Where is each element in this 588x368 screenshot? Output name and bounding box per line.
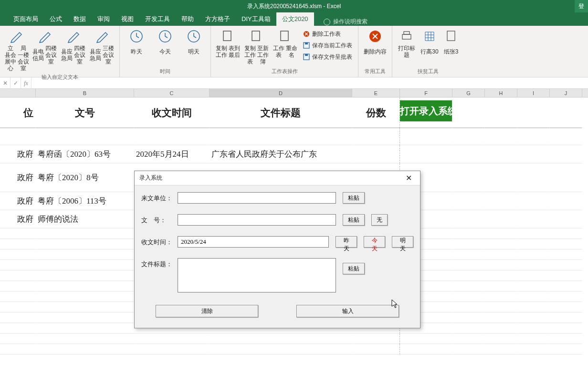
btn-print-title[interactable]: 打印标题 <box>395 28 418 59</box>
label-no: 文 号： <box>141 214 171 225</box>
x-circle-icon <box>368 29 383 44</box>
none-button[interactable]: 无 <box>371 214 388 226</box>
tab-data[interactable]: 数据 <box>68 12 92 26</box>
group-label: 输入自定义文本 <box>42 73 78 83</box>
tab-pagelayout[interactable]: 页面布局 <box>8 12 44 26</box>
btn-venue-1[interactable]: 立 县会展中心局 一楼会议室 <box>3 28 31 73</box>
btn-paper3[interactable]: 纸张3 <box>441 28 461 59</box>
tell-me-search[interactable]: 操作说明搜索 <box>324 18 368 26</box>
clock-icon <box>186 29 201 44</box>
svg-rect-13 <box>404 32 410 34</box>
label-unit: 来文单位： <box>141 192 171 203</box>
ribbon-tabs: 页面布局 公式 数据 审阅 视图 开发工具 帮助 方方格子 DIY工具箱 公文2… <box>0 12 588 26</box>
btn-save-file-chengpi[interactable]: 保存文件呈批表 <box>302 52 353 62</box>
btn-copy-to-last[interactable]: 复制工作表到最后 <box>214 28 242 59</box>
btn-copy-to-newbook[interactable]: 复制工作表至新工作簿 <box>242 28 270 66</box>
title-bar: 录入系统202005241645.xlsm - Excel 登 <box>0 0 588 12</box>
btn-venue-2[interactable]: 县电信局四楼会议室 <box>32 28 59 66</box>
ribbon-group-common: 删除内容 常用工具 <box>358 26 392 77</box>
tab-review[interactable]: 审阅 <box>92 12 116 26</box>
svg-rect-14 <box>447 31 455 41</box>
btn-venue-4[interactable]: 县应急局三楼会议室 <box>89 28 116 66</box>
clock-icon <box>158 29 173 44</box>
sheet-icon <box>249 29 264 44</box>
ribbon-group-custom-text: 立 县会展中心局 一楼会议室 县电信局四楼会议室 县应急局四楼会议室 县应急局三… <box>0 26 120 77</box>
tab-diy[interactable]: DIY工具箱 <box>236 12 276 26</box>
paste-button-2[interactable]: 粘贴 <box>343 214 365 226</box>
mouse-cursor-icon <box>391 299 398 309</box>
x-circle-icon <box>303 30 310 38</box>
login-button[interactable]: 登 <box>575 0 588 12</box>
pencil-icon <box>9 29 24 44</box>
paste-button-1[interactable]: 粘贴 <box>343 192 365 204</box>
btn-delete-sheet[interactable]: 删除工作表 <box>302 29 353 39</box>
grid-icon <box>422 29 437 44</box>
ribbon-body: 立 县会展中心局 一楼会议室 县电信局四楼会议室 县应急局四楼会议室 县应急局三… <box>0 26 588 77</box>
ribbon-group-fupin: 打印标题 行高30 纸张3 扶贫工具 <box>392 26 464 77</box>
btn-rowheight30[interactable]: 行高30 <box>419 28 440 59</box>
ribbon-group-sheet-ops: 复制工作表到最后 复制工作表至新工作簿 工作表重命名 删除工作表 保存当前工作表… <box>211 26 358 77</box>
dialog-titlebar[interactable]: 录入系统 ✕ <box>135 171 420 185</box>
label-date: 收文时间： <box>141 236 171 247</box>
input-date[interactable] <box>178 236 329 248</box>
sheet-icon <box>220 29 235 44</box>
column-headers[interactable]: B C D E F G H I J <box>0 89 588 97</box>
btn-save-current-sheet[interactable]: 保存当前工作表 <box>302 40 353 51</box>
input-no[interactable] <box>178 214 336 226</box>
ribbon-group-time: 昨天 今天 明天 时间 <box>120 26 211 77</box>
fx-icon[interactable]: fx <box>21 77 32 89</box>
label-topic: 文件标题： <box>141 258 171 269</box>
btn-rename-sheet[interactable]: 工作表重命名 <box>271 28 299 59</box>
btn-delete-content[interactable]: 删除内容 <box>361 28 389 59</box>
dialog-title: 录入系统 <box>139 174 162 182</box>
cancel-icon[interactable]: ✕ <box>0 77 10 89</box>
formula-bar: ✕ ✓ fx <box>0 77 588 89</box>
entry-dialog: 录入系统 ✕ 来文单位： 粘贴 文 号： 粘贴 无 收文时间： 昨天 今天 明天… <box>134 171 420 328</box>
clear-button[interactable]: 清除 <box>156 305 258 317</box>
close-icon[interactable]: ✕ <box>399 172 418 185</box>
svg-rect-3 <box>223 31 231 41</box>
svg-rect-12 <box>402 34 411 39</box>
tab-gongwen2020[interactable]: 公文2020 <box>276 12 314 26</box>
open-entry-system-button[interactable]: 打开录入系统 <box>400 100 452 121</box>
tab-view[interactable]: 视图 <box>116 12 139 26</box>
pencil-icon <box>66 29 82 44</box>
app-title: 录入系统202005241645.xlsm - Excel <box>247 2 341 11</box>
tab-developer[interactable]: 开发工具 <box>139 12 176 26</box>
check-icon[interactable]: ✓ <box>10 77 21 89</box>
svg-rect-5 <box>281 31 288 41</box>
yesterday-button[interactable]: 昨天 <box>336 236 357 248</box>
svg-rect-10 <box>305 54 308 56</box>
svg-rect-4 <box>252 31 260 41</box>
printer-icon <box>399 29 414 44</box>
tab-help[interactable]: 帮助 <box>176 12 200 26</box>
tab-ffgz[interactable]: 方方格子 <box>200 12 236 26</box>
tomorrow-button[interactable]: 明天 <box>392 236 413 248</box>
pencil-icon <box>38 29 53 44</box>
btn-venue-3[interactable]: 县应急局四楼会议室 <box>60 28 88 66</box>
btn-today[interactable]: 今天 <box>151 28 179 59</box>
input-topic[interactable] <box>178 258 336 292</box>
input-unit[interactable] <box>178 192 336 204</box>
btn-yesterday[interactable]: 昨天 <box>123 28 150 59</box>
sheet-icon <box>277 29 293 44</box>
table-row: 政府 粤府函〔2020〕63号 2020年5月24日 广东省人民政府关于公布广东 <box>0 145 588 163</box>
pencil-icon <box>95 29 110 44</box>
today-button[interactable]: 今天 <box>364 236 385 248</box>
clock-icon <box>129 29 144 44</box>
save-icon <box>303 42 310 49</box>
tab-formula[interactable]: 公式 <box>44 12 68 26</box>
svg-rect-8 <box>305 43 308 44</box>
table-header: 位 文号 收文时间 文件标题 份数 打开录入系统 <box>0 97 588 128</box>
btn-tomorrow[interactable]: 明天 <box>180 28 208 59</box>
submit-button[interactable]: 输入 <box>296 305 399 317</box>
paste-button-3[interactable]: 粘贴 <box>343 263 365 274</box>
save-icon <box>303 53 310 61</box>
bulb-icon <box>324 19 330 25</box>
page-icon <box>443 29 459 44</box>
